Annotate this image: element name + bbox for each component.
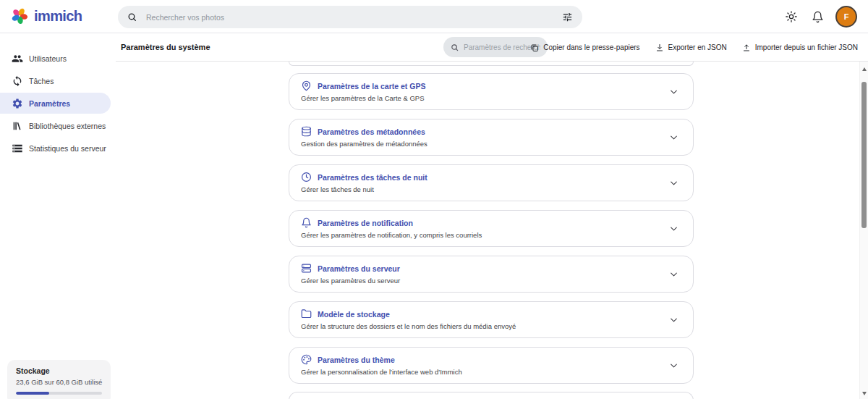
bell-icon[interactable] [812,11,824,23]
export-json-button[interactable]: Exporter en JSON [655,43,727,52]
theme-sun-icon[interactable] [785,10,798,23]
settings-card-partial-top[interactable] [289,62,694,66]
card-subtitle: Gérer les tâches de nuit [301,185,681,193]
card-title: Paramètres de la carte et GPS [318,82,425,91]
user-avatar[interactable]: F [835,6,857,28]
sidebar-item-label: Bibliothèques externes [29,122,106,130]
export-json-label: Exporter en JSON [668,43,727,51]
scrollbar-down-arrow[interactable] [862,392,867,395]
copy-to-clipboard-label: Copier dans le presse-papiers [543,43,639,51]
clock-icon [301,172,312,182]
sidebar-item-bibliotheques[interactable]: Bibliothèques externes [0,115,111,136]
sync-icon [12,75,23,87]
page-title: Paramètres du système [121,43,210,51]
settings-card-metadonnees[interactable]: Paramètres des métadonnées Gestion des p… [289,119,694,156]
storage-title: Stockage [16,366,102,375]
card-title: Paramètres du serveur [318,264,400,273]
chevron-down-icon[interactable] [669,224,678,233]
gear-icon [12,98,23,109]
map-pin-icon [301,80,312,91]
library-icon [12,120,23,132]
sidebar-item-label: Statistiques du serveur [29,144,106,153]
storage-usage-text: 23,6 GiB sur 60,8 GiB utilisé [16,378,102,386]
sidebar-item-utilisateurs[interactable]: Utilisateurs [0,48,111,69]
card-title: Modèle de stockage [318,310,390,319]
database-icon [301,126,312,137]
admin-page-header: Paramètres du système Copier dans le pre… [116,33,868,62]
storage-panel: Stockage 23,6 GiB sur 60,8 GiB utilisé [7,360,111,399]
immich-flower-icon [10,7,29,25]
settings-card-notification[interactable]: Paramètres de notification Gérer les par… [289,210,694,247]
bell-icon [301,217,312,228]
card-subtitle: Gérer les paramètres de notification, y … [301,231,681,239]
card-subtitle: Gérer la personnalisation de l'interface… [301,368,681,376]
server-icon [301,263,312,274]
sidebar-item-label: Paramètres [29,99,70,108]
photo-search-bar[interactable] [118,6,582,28]
settings-card-modele-stockage[interactable]: Modèle de stockage Gérer la structure de… [289,301,694,338]
scrollbar-thumb[interactable] [861,82,867,228]
header-actions: Copier dans le presse-papiers Exporter e… [530,33,858,62]
sidebar-item-label: Utilisateurs [29,54,67,63]
settings-cards: Paramètres de la carte et GPS Gérer les … [289,73,694,384]
immich-logo[interactable]: immich [10,7,82,25]
settings-card-theme[interactable]: Paramètres du thème Gérer la personnalis… [289,347,694,384]
settings-card-carte-gps[interactable]: Paramètres de la carte et GPS Gérer les … [289,73,694,110]
chevron-down-icon[interactable] [669,178,678,188]
topbar-right-cluster: F [771,0,857,33]
sidebar-item-parametres[interactable]: Paramètres [0,93,111,114]
import-json-button[interactable]: Importer depuis un fichier JSON [742,43,858,52]
admin-nav: Utilisateurs Tâches Paramètres Bibliothè… [0,33,111,159]
chevron-down-icon[interactable] [669,315,678,324]
card-subtitle: Gérer la structure des dossiers et le no… [301,322,681,330]
sidebar-item-statistiques[interactable]: Statistiques du serveur [0,138,111,159]
chevron-down-icon[interactable] [669,269,678,279]
avatar-initial: F [844,12,849,21]
chevron-down-icon[interactable] [669,361,678,370]
import-json-label: Importer depuis un fichier JSON [755,43,858,51]
card-title: Paramètres des métadonnées [318,127,425,136]
storage-progress-track [16,392,102,395]
card-subtitle: Gérer les paramètres du serveur [301,277,681,285]
search-icon [451,43,459,51]
card-subtitle: Gérer les paramètres de la Carte & GPS [301,94,681,102]
download-icon [655,43,664,52]
tune-icon[interactable] [562,12,573,22]
settings-search-input[interactable] [464,43,540,51]
vertical-scrollbar[interactable] [859,62,868,399]
immich-wordmark: immich [34,8,82,25]
folder-icon [301,308,312,319]
card-title: Paramètres de notification [318,219,413,227]
storage-progress-fill [16,392,49,395]
settings-card-serveur[interactable]: Paramètres du serveur Gérer les paramètr… [289,256,694,293]
card-title: Paramètres des tâches de nuit [318,173,427,182]
settings-card-partial-bottom[interactable] [289,392,694,399]
sidebar-item-label: Tâches [29,77,54,85]
scrollbar-up-arrow[interactable] [862,67,867,71]
chevron-down-icon[interactable] [669,87,678,96]
admin-sidebar: Utilisateurs Tâches Paramètres Bibliothè… [0,33,111,399]
settings-list-scroll-area: Paramètres de la carte et GPS Gérer les … [116,62,859,399]
copy-to-clipboard-button[interactable]: Copier dans le presse-papiers [530,43,639,52]
card-subtitle: Gestion des paramètres de métadonnées [301,140,681,148]
server-stats-icon [12,143,23,154]
palette-icon [301,354,312,365]
top-navigation-bar: immich F [0,0,868,33]
upload-icon [742,43,751,52]
copy-icon [530,43,539,52]
users-icon [12,53,23,64]
photo-search-input[interactable] [146,13,562,22]
settings-card-taches-nuit[interactable]: Paramètres des tâches de nuit Gérer les … [289,164,694,201]
search-icon [127,12,137,22]
chevron-down-icon[interactable] [669,133,678,142]
card-title: Paramètres du thème [318,356,395,364]
sidebar-item-taches[interactable]: Tâches [0,70,111,91]
